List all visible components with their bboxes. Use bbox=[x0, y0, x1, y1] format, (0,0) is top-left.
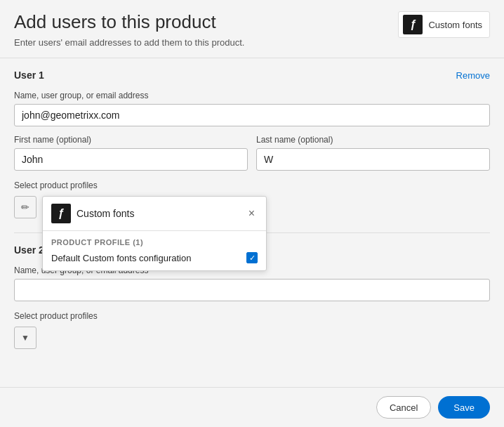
user1-profiles-section: Select product profiles ✏ ƒ Custom fon bbox=[14, 180, 490, 218]
user1-first-name-input[interactable] bbox=[14, 148, 248, 171]
save-button[interactable]: Save bbox=[438, 396, 490, 419]
user1-last-name-label: Last name (optional) bbox=[256, 135, 490, 145]
user2-profiles-section: Select product profiles ▼ bbox=[14, 311, 490, 349]
font-popup-icon-letter: ƒ bbox=[58, 207, 65, 220]
profile-checkbox[interactable]: ✓ bbox=[246, 252, 258, 263]
font-popup-name: Custom fonts bbox=[77, 208, 134, 219]
user1-profiles-label: Select product profiles bbox=[14, 180, 490, 190]
user2-profiles-label: Select product profiles bbox=[14, 311, 490, 321]
content-area[interactable]: User 1 Remove Name, user group, or email… bbox=[0, 58, 504, 387]
checkmark-icon: ✓ bbox=[249, 254, 256, 262]
user1-email-field-group: Name, user group, or email address bbox=[14, 91, 490, 126]
main-container: Add users to this product Enter users' e… bbox=[0, 0, 504, 427]
user2-email-input[interactable] bbox=[14, 279, 490, 301]
font-popup-content: PRODUCT PROFILE (1) Default Custom fonts… bbox=[43, 231, 266, 270]
cancel-button[interactable]: Cancel bbox=[376, 396, 431, 419]
custom-fonts-badge[interactable]: ƒ Custom fonts bbox=[398, 11, 490, 38]
user1-email-input[interactable] bbox=[14, 104, 490, 126]
user1-first-name-label: First name (optional) bbox=[14, 135, 248, 145]
user2-profiles-dropdown-row: ▼ bbox=[14, 327, 490, 349]
profile-section-header: PRODUCT PROFILE (1) bbox=[51, 238, 258, 247]
user1-last-name-input[interactable] bbox=[256, 148, 490, 171]
user1-email-label: Name, user group, or email address bbox=[14, 91, 490, 100]
profile-item: Default Custom fonts configuration ✓ bbox=[51, 252, 258, 263]
user1-header: User 1 Remove bbox=[14, 70, 490, 81]
pencil-icon: ✏ bbox=[21, 202, 29, 213]
font-icon: ƒ bbox=[410, 18, 416, 31]
badge-label: Custom fonts bbox=[428, 20, 482, 30]
user2-profiles-dropdown-button[interactable]: ▼ bbox=[14, 327, 37, 349]
user2-label: User 2 bbox=[14, 244, 44, 256]
font-popup-close-button[interactable]: × bbox=[246, 206, 258, 221]
font-popup-header: ƒ Custom fonts × bbox=[43, 197, 266, 231]
user1-remove-link[interactable]: Remove bbox=[456, 70, 490, 81]
page-subtitle: Enter users' email addresses to add them… bbox=[14, 37, 244, 48]
header-left: Add users to this product Enter users' e… bbox=[14, 11, 244, 48]
user1-first-name-col: First name (optional) bbox=[14, 135, 248, 171]
user1-last-name-col: Last name (optional) bbox=[256, 135, 490, 171]
font-popup: ƒ Custom fonts × PRODUCT PROFILE (1) Def… bbox=[42, 196, 267, 271]
user1-label: User 1 bbox=[14, 70, 44, 81]
user1-name-row: First name (optional) Last name (optiona… bbox=[14, 135, 490, 171]
font-icon-box: ƒ bbox=[403, 15, 423, 34]
font-popup-title-row: ƒ Custom fonts bbox=[51, 204, 134, 223]
header: Add users to this product Enter users' e… bbox=[0, 0, 504, 48]
profile-item-name: Default Custom fonts configuration bbox=[51, 253, 191, 263]
user1-profiles-selector: ✏ ƒ Custom fonts × bbox=[14, 196, 490, 218]
page-title: Add users to this product bbox=[14, 11, 244, 33]
user1-edit-profiles-button[interactable]: ✏ bbox=[14, 196, 37, 218]
font-popup-icon: ƒ bbox=[51, 204, 71, 223]
footer: Cancel Save bbox=[0, 387, 504, 427]
chevron-down-icon: ▼ bbox=[21, 333, 29, 343]
user1-section: User 1 Remove Name, user group, or email… bbox=[0, 58, 504, 232]
